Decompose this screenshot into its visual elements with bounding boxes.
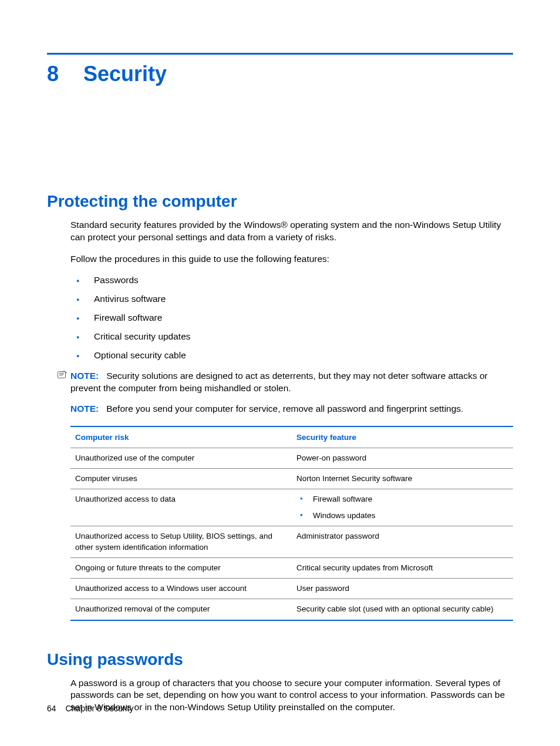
note-block: NOTE: Security solutions are designed to… [58,370,513,395]
svg-rect-0 [58,371,66,378]
table-row: Unauthorized use of the computer Power-o… [70,448,513,468]
cell-feature: User password [292,579,513,599]
note-body: Security solutions are designed to act a… [70,371,488,393]
page-number: 64 [47,704,56,713]
cell-feature: Security cable slot (used with an option… [292,599,513,620]
cell-list-item: Windows updates [296,510,508,521]
table-row: Ongoing or future threats to the compute… [70,557,513,578]
table-row: Computer viruses Norton Internet Securit… [70,468,513,489]
paragraph: Standard security features provided by t… [70,219,513,244]
note-body: Before you send your computer for servic… [106,404,463,414]
note-label: NOTE: [70,404,99,414]
chapter-number: 8 [47,62,59,86]
chapter-header: 8 Security [47,62,513,86]
table-header-risk: Computer risk [70,426,292,448]
note-label: NOTE: [70,371,99,381]
cell-risk: Ongoing or future threats to the compute… [70,557,292,578]
table-row: Unauthorized access to Setup Utility, BI… [70,526,513,557]
section-title-passwords: Using passwords [47,650,513,669]
cell-risk: Unauthorized use of the computer [70,448,292,468]
table-header-feature: Security feature [292,426,513,448]
cell-feature: Administrator password [292,526,513,557]
cell-risk: Unauthorized access to Setup Utility, BI… [70,526,292,557]
table-row: Unauthorized access to data Firewall sof… [70,489,513,526]
list-item: Antivirus software [70,294,513,304]
cell-risk: Unauthorized access to data [70,489,292,526]
note-text: NOTE: Security solutions are designed to… [70,371,488,393]
cell-feature: Norton Internet Security software [292,468,513,489]
cell-risk: Unauthorized removal of the computer [70,599,292,620]
page-footer: 64 Chapter 8 Security [47,704,133,713]
cell-risk: Unauthorized access to a Windows user ac… [70,579,292,599]
section-title-protecting: Protecting the computer [47,192,513,211]
feature-list: Passwords Antivirus software Firewall so… [70,275,513,361]
cell-feature: Power-on password [292,448,513,468]
cell-risk: Computer viruses [70,468,292,489]
cell-feature: Firewall software Windows updates [292,489,513,526]
cell-feature: Critical security updates from Microsoft [292,557,513,578]
paragraph: Follow the procedures in this guide to u… [70,253,513,266]
list-item: Passwords [70,275,513,285]
list-item: Optional security cable [70,350,513,361]
list-item: Critical security updates [70,331,513,342]
table-row: Unauthorized removal of the computer Sec… [70,599,513,620]
list-item: Firewall software [70,312,513,323]
chapter-rule [47,53,513,55]
paragraph: A password is a group of characters that… [70,677,513,714]
chapter-title: Security [83,62,167,86]
note-icon [58,371,67,379]
footer-text: Chapter 8 Security [65,704,133,713]
cell-list-item: Firewall software [296,494,508,505]
risk-table: Computer risk Security feature Unauthori… [70,426,513,621]
table-row: Unauthorized access to a Windows user ac… [70,579,513,599]
note-sub: NOTE: Before you send your computer for … [70,403,513,415]
